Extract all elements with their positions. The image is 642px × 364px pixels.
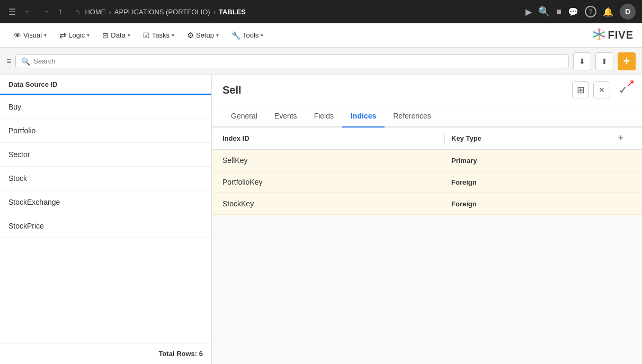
tools-arrow: ▾ bbox=[261, 32, 263, 38]
upload-button[interactable]: ⬆ bbox=[595, 52, 613, 70]
add-button[interactable]: + bbox=[618, 52, 636, 70]
tabs: General Events Fields Indices References bbox=[212, 105, 642, 128]
toolbar: 👁 Visual ▾ ⇄ Logic ▾ ⊟ Data ▾ ☑ Tasks ▾ … bbox=[0, 23, 642, 48]
tab-indices[interactable]: Indices bbox=[342, 105, 385, 128]
content-title: Sell bbox=[222, 84, 242, 96]
top-nav: ⌂ HOME › APPLICATIONS (PORTFOLIO) › TABL… bbox=[0, 0, 642, 23]
table-row[interactable]: StockKey Foreign bbox=[212, 193, 642, 215]
toolbar-data[interactable]: ⊟ Data ▾ bbox=[97, 28, 135, 43]
svg-line-5 bbox=[599, 34, 605, 37]
toolbar-tools-label: Tools bbox=[243, 31, 258, 39]
breadcrumb-home[interactable]: HOME bbox=[85, 8, 105, 16]
toolbar-logic[interactable]: ⇄ Logic ▾ bbox=[54, 27, 95, 43]
cell-key-type-2: Foreign bbox=[451, 178, 610, 186]
search-circle-icon[interactable]: 🔍 bbox=[538, 6, 550, 17]
home-icon: ⌂ bbox=[73, 5, 82, 18]
tab-references[interactable]: References bbox=[385, 105, 440, 128]
breadcrumb-tables[interactable]: TABLES bbox=[219, 8, 246, 16]
sidebar-header: Data Source ID bbox=[0, 75, 211, 95]
toolbar-visual[interactable]: 👁 Visual ▾ bbox=[8, 28, 52, 43]
hamburger-icon[interactable] bbox=[6, 5, 18, 19]
red-arrow-indicator: ↗ bbox=[627, 77, 635, 89]
logic-arrow: ▾ bbox=[87, 32, 90, 38]
grid-view-button[interactable]: ⊞ bbox=[572, 81, 589, 98]
toolbar-data-label: Data bbox=[111, 31, 125, 39]
download-button[interactable]: ⬇ bbox=[573, 52, 591, 70]
setup-icon: ⚙ bbox=[187, 31, 194, 40]
col-separator bbox=[444, 133, 445, 144]
filter-icon: ≡ bbox=[6, 57, 11, 66]
search-icon: 🔍 bbox=[21, 57, 30, 66]
sidebar-item-portfolio[interactable]: Portfolio bbox=[0, 119, 211, 143]
tasks-icon: ☑ bbox=[143, 31, 150, 40]
sidebar-item-stockprice[interactable]: StockPrice bbox=[0, 214, 211, 238]
toolbar-tools[interactable]: 🔧 Tools ▾ bbox=[226, 28, 269, 43]
tab-general[interactable]: General bbox=[222, 105, 266, 128]
main-layout: Data Source ID Buy Portfolio Sector Stoc… bbox=[0, 75, 642, 364]
five-logo-icon bbox=[592, 28, 606, 41]
chat-icon[interactable]: 💬 bbox=[568, 7, 578, 17]
sidebar-item-stockexchange[interactable]: StockExchange bbox=[0, 190, 211, 214]
back-icon[interactable] bbox=[22, 5, 35, 19]
cell-key-type-1: Primary bbox=[451, 157, 610, 165]
action-bar: ≡ 🔍 ⬇ ⬆ + bbox=[0, 48, 642, 75]
help-icon[interactable]: ? bbox=[585, 6, 596, 17]
svg-line-2 bbox=[599, 32, 605, 34]
tab-fields[interactable]: Fields bbox=[306, 105, 342, 128]
sidebar-item-stock[interactable]: Stock bbox=[0, 167, 211, 190]
confirm-button[interactable]: ✓ ↗ bbox=[614, 81, 631, 98]
tasks-arrow: ▾ bbox=[172, 32, 174, 38]
five-logo-text: FIVE bbox=[608, 29, 634, 41]
toolbar-tasks[interactable]: ☑ Tasks ▾ bbox=[138, 28, 180, 43]
check-icon: ✓ bbox=[619, 84, 628, 96]
five-logo: FIVE bbox=[592, 28, 634, 43]
sidebar-footer: Total Rows: 6 bbox=[0, 343, 211, 364]
data-arrow: ▾ bbox=[128, 32, 130, 38]
logic-icon: ⇄ bbox=[59, 30, 66, 40]
add-row-button[interactable]: + bbox=[610, 133, 631, 144]
table-header: Index ID Key Type + bbox=[212, 128, 642, 150]
cell-index-id-3: StockKey bbox=[222, 199, 451, 208]
grid-icon: ⊞ bbox=[577, 84, 585, 96]
avatar[interactable]: D bbox=[620, 4, 636, 20]
cell-index-id-2: PortfolioKey bbox=[222, 178, 451, 186]
breadcrumb-sep-1: › bbox=[109, 8, 111, 16]
breadcrumb-portfolio[interactable]: APPLICATIONS (PORTFOLIO) bbox=[114, 8, 210, 16]
data-table: Index ID Key Type + SellKey Primary Port… bbox=[212, 128, 642, 364]
record-icon[interactable]: ■ bbox=[556, 7, 561, 16]
content-header-actions: ⊞ ✕ ✓ ↗ bbox=[572, 81, 631, 98]
sidebar-item-buy[interactable]: Buy bbox=[0, 95, 211, 119]
close-icon: ✕ bbox=[599, 86, 605, 94]
visual-arrow: ▾ bbox=[44, 32, 47, 38]
up-icon[interactable] bbox=[56, 5, 65, 19]
toolbar-tasks-label: Tasks bbox=[152, 31, 170, 39]
search-input[interactable] bbox=[33, 57, 563, 65]
download-icon: ⬇ bbox=[579, 57, 585, 66]
table-row[interactable]: SellKey Primary bbox=[212, 150, 642, 171]
content-panel: Sell ⊞ ✕ ✓ ↗ General Events Fields Indic… bbox=[212, 75, 642, 364]
toolbar-setup[interactable]: ⚙ Setup ▾ bbox=[182, 28, 224, 43]
close-button[interactable]: ✕ bbox=[593, 81, 610, 98]
visual-icon: 👁 bbox=[14, 31, 21, 40]
play-icon[interactable]: ▶ bbox=[525, 7, 532, 17]
col-header-key-type: Key Type bbox=[451, 134, 610, 142]
bell-icon[interactable]: 🔔 bbox=[603, 7, 613, 17]
plus-icon: + bbox=[618, 133, 624, 144]
svg-line-3 bbox=[593, 32, 599, 34]
forward-icon[interactable] bbox=[39, 5, 52, 19]
add-icon: + bbox=[623, 56, 630, 67]
cell-key-type-3: Foreign bbox=[451, 200, 610, 208]
tab-events[interactable]: Events bbox=[266, 105, 306, 128]
search-box: 🔍 bbox=[15, 54, 569, 68]
breadcrumb-sep-2: › bbox=[213, 8, 216, 16]
tools-icon: 🔧 bbox=[231, 31, 240, 40]
setup-arrow: ▾ bbox=[216, 32, 219, 38]
table-row[interactable]: PortfolioKey Foreign bbox=[212, 171, 642, 193]
sidebar-item-sector[interactable]: Sector bbox=[0, 143, 211, 167]
content-header: Sell ⊞ ✕ ✓ ↗ bbox=[212, 75, 642, 105]
top-nav-right: ▶ 🔍 ■ 💬 ? 🔔 D bbox=[525, 4, 636, 20]
col-header-index-id: Index ID bbox=[222, 134, 438, 142]
toolbar-visual-label: Visual bbox=[23, 31, 42, 39]
cell-index-id-1: SellKey bbox=[222, 156, 451, 165]
toolbar-setup-label: Setup bbox=[196, 31, 214, 39]
